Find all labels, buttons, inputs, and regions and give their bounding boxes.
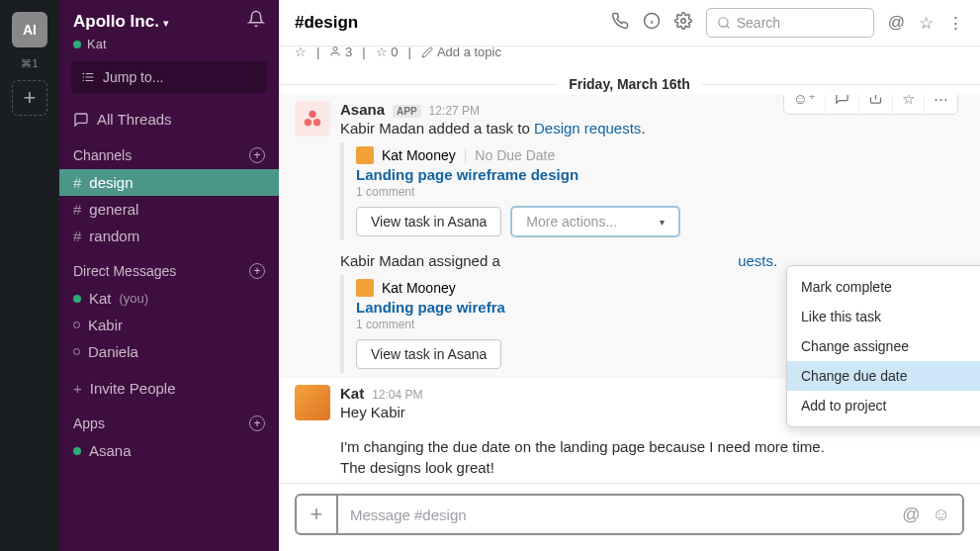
attach-button[interactable]: + — [297, 496, 338, 533]
mentions-icon[interactable]: @ — [888, 13, 905, 33]
current-user: Kat — [59, 37, 279, 61]
channel-random[interactable]: #random — [59, 223, 279, 249]
workspace-shortcut: ⌘1 — [21, 57, 38, 70]
task-link[interactable]: Landing page wireframe design — [356, 166, 964, 183]
all-threads-link[interactable]: All Threads — [59, 105, 279, 134]
dm-kabir[interactable]: Kabir — [59, 312, 279, 338]
svg-line-5 — [726, 26, 729, 29]
channel-general[interactable]: #general — [59, 196, 279, 223]
add-dm-button[interactable]: + — [249, 263, 265, 279]
actions-menu: Mark completeLike this taskChange assign… — [786, 265, 980, 427]
member-count[interactable]: 3 — [329, 45, 352, 59]
sidebar: Apollo Inc.▾ Kat Jump to... All Threads … — [59, 0, 279, 551]
add-reaction-icon[interactable]: ☺⁺ — [784, 95, 826, 114]
dm-daniela[interactable]: Daniela — [59, 338, 279, 365]
more-actions-dropdown[interactable]: More actions...▾ — [511, 207, 679, 236]
star-icon[interactable]: ☆ — [919, 13, 934, 34]
threads-icon — [73, 112, 89, 128]
star-toggle[interactable]: ☆ — [295, 45, 307, 59]
message-author[interactable]: Kat — [340, 385, 364, 402]
share-icon[interactable] — [859, 95, 893, 114]
date-divider: Friday, March 16th — [557, 76, 702, 92]
phone-icon[interactable] — [611, 12, 629, 35]
assignee-name: Kat Mooney — [382, 147, 456, 163]
thread-icon[interactable] — [826, 95, 859, 114]
add-topic-link[interactable]: Add a topic — [421, 45, 501, 59]
avatar[interactable] — [295, 101, 330, 137]
gear-icon[interactable] — [674, 12, 692, 35]
app-badge: APP — [393, 105, 421, 118]
message-input[interactable]: Message #design — [338, 506, 890, 523]
svg-point-3 — [680, 18, 685, 23]
add-app-button[interactable]: + — [249, 415, 265, 431]
app-asana[interactable]: Asana — [59, 437, 279, 464]
view-task-button[interactable]: View task in Asana — [356, 339, 501, 369]
bell-icon[interactable] — [247, 10, 265, 33]
invite-people-link[interactable]: +Invite People — [59, 375, 279, 402]
project-link[interactable]: uests — [738, 252, 773, 269]
svg-point-9 — [313, 119, 320, 126]
svg-point-6 — [333, 47, 337, 51]
svg-point-8 — [305, 119, 312, 126]
avatar[interactable] — [295, 385, 330, 420]
dms-header: Direct Messages — [73, 263, 176, 279]
pencil-icon — [421, 46, 433, 58]
pin-count[interactable]: ☆ 0 — [376, 45, 399, 59]
search-input[interactable]: Search — [706, 8, 874, 38]
svg-point-4 — [718, 18, 727, 27]
assignee-name: Kat Mooney — [382, 280, 456, 296]
info-icon[interactable] — [643, 12, 661, 35]
add-workspace-button[interactable]: + — [12, 80, 47, 116]
assignee-avatar — [356, 279, 374, 297]
search-icon — [717, 16, 731, 30]
message-author[interactable]: Asana — [340, 101, 385, 118]
channels-header: Channels — [73, 147, 132, 163]
bookmark-icon[interactable]: ☆ — [893, 95, 925, 114]
menu-item[interactable]: Add to project — [787, 391, 980, 420]
menu-item[interactable]: Like this task — [787, 302, 980, 331]
comment-count: 1 comment — [356, 185, 964, 199]
dm-kat[interactable]: Kat (you) — [59, 285, 279, 312]
assignee-avatar — [356, 146, 374, 164]
asana-icon — [302, 108, 323, 130]
apps-header: Apps — [73, 415, 105, 431]
jump-to-input[interactable]: Jump to... — [71, 61, 267, 93]
message-time: 12:27 PM — [429, 104, 480, 118]
channel-design[interactable]: #design — [59, 169, 279, 196]
menu-item[interactable]: Change assignee — [787, 331, 980, 361]
chevron-down-icon: ▾ — [163, 17, 169, 29]
jump-icon — [81, 70, 95, 84]
emoji-icon[interactable]: ☺ — [933, 505, 950, 525]
message-actions: ☺⁺ ☆ ⋯ — [783, 95, 958, 115]
view-task-button[interactable]: View task in Asana — [356, 207, 501, 236]
workspace-switcher[interactable]: AI — [12, 12, 47, 47]
mention-icon[interactable]: @ — [902, 505, 920, 525]
channel-name: #design — [295, 13, 358, 33]
menu-item[interactable]: Mark complete — [787, 272, 980, 302]
menu-item[interactable]: Change due date — [787, 361, 980, 391]
message-time: 12:04 PM — [372, 388, 422, 402]
more-icon[interactable]: ⋮ — [947, 13, 964, 34]
due-date: No Due Date — [475, 147, 555, 163]
project-link[interactable]: Design requests — [534, 120, 641, 137]
svg-point-7 — [309, 111, 315, 118]
team-menu[interactable]: Apollo Inc.▾ — [73, 12, 169, 32]
more-actions-icon[interactable]: ⋯ — [925, 95, 957, 114]
add-channel-button[interactable]: + — [249, 147, 265, 163]
caret-down-icon: ▾ — [660, 217, 665, 228]
